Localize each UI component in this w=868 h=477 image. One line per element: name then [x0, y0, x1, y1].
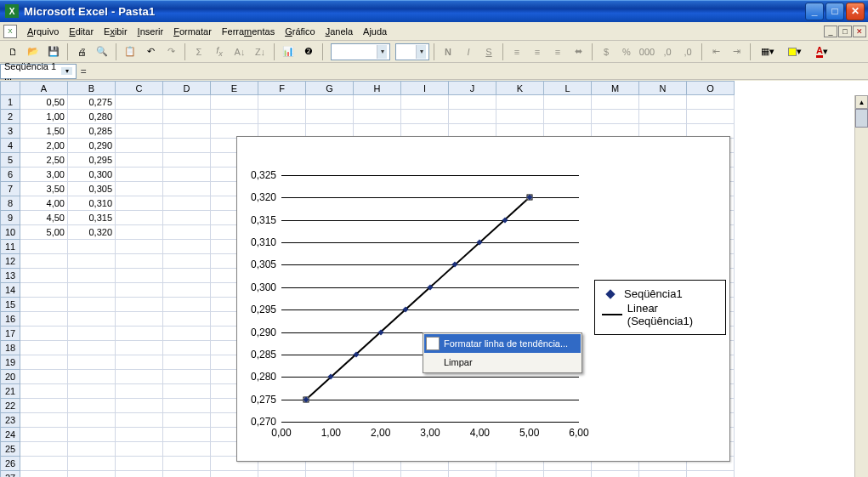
trendline-context-menu[interactable]: ▤ Formatar linha de tendência... Limpar [423, 332, 582, 373]
save-icon[interactable]: 💾 [44, 43, 63, 61]
cell[interactable] [544, 110, 592, 124]
inc-indent-icon[interactable]: ⇥ [727, 43, 746, 61]
cell[interactable]: 0,320 [68, 225, 116, 240]
cell[interactable] [544, 95, 592, 110]
col-header-B[interactable]: B [68, 81, 116, 95]
cell[interactable] [163, 124, 211, 139]
autosum-icon[interactable]: Σ [190, 43, 208, 61]
chart-legend[interactable]: Seqüência1 Linear (Seqüência1) [594, 280, 726, 335]
cell[interactable] [163, 153, 211, 168]
cell[interactable] [20, 254, 68, 269]
cell[interactable] [496, 110, 544, 124]
row-header-7[interactable]: 7 [0, 182, 20, 196]
menu-gráfico[interactable]: Gráfico [280, 25, 320, 38]
cell[interactable] [116, 283, 163, 298]
row-header-26[interactable]: 26 [0, 457, 20, 471]
cell[interactable] [116, 355, 163, 370]
row-header-1[interactable]: 1 [0, 95, 20, 110]
cell[interactable] [20, 442, 68, 457]
cell[interactable] [687, 110, 735, 124]
worksheet-grid[interactable]: ABCDEFGHIJKLMNO 123456789101112131415161… [0, 81, 868, 477]
cell[interactable]: 0,275 [68, 95, 116, 110]
dec-indent-icon[interactable]: ⇤ [706, 43, 725, 61]
row-header-24[interactable]: 24 [0, 428, 20, 442]
cell[interactable] [116, 254, 163, 269]
legend-entry-series[interactable]: Seqüência1 [602, 287, 718, 300]
thousands-icon[interactable]: 000 [638, 43, 656, 61]
cell[interactable] [163, 225, 211, 240]
col-header-F[interactable]: F [258, 81, 306, 95]
minimize-button[interactable]: _ [805, 3, 824, 20]
bold-button[interactable]: N [439, 43, 457, 61]
menu-ajuda[interactable]: Ajuda [358, 25, 392, 38]
cell[interactable] [116, 182, 163, 196]
row-header-25[interactable]: 25 [0, 442, 20, 457]
chart-wizard-icon[interactable]: 📊 [279, 43, 298, 61]
cell[interactable] [20, 471, 68, 477]
cell[interactable] [163, 471, 211, 477]
cell[interactable] [116, 153, 163, 168]
cell[interactable]: 0,310 [68, 196, 116, 211]
cell[interactable] [258, 110, 306, 124]
col-header-C[interactable]: C [116, 81, 163, 95]
cell[interactable]: 2,00 [20, 139, 68, 153]
mdi-restore-button[interactable]: □ [838, 26, 852, 37]
cell[interactable] [68, 327, 116, 341]
cell[interactable] [68, 341, 116, 355]
currency-icon[interactable]: $ [597, 43, 616, 61]
row-header-19[interactable]: 19 [0, 355, 20, 370]
col-header-M[interactable]: M [592, 81, 639, 95]
cell[interactable]: 0,315 [68, 211, 116, 225]
cell[interactable] [163, 269, 211, 283]
cell[interactable] [116, 312, 163, 327]
cell[interactable] [116, 196, 163, 211]
cell[interactable] [20, 457, 68, 471]
context-format-trendline[interactable]: ▤ Formatar linha de tendência... [424, 334, 581, 353]
cell[interactable] [20, 370, 68, 384]
cell[interactable] [211, 471, 258, 477]
cell[interactable] [592, 110, 639, 124]
row-header-20[interactable]: 20 [0, 370, 20, 384]
cell[interactable] [211, 110, 258, 124]
col-header-G[interactable]: G [306, 81, 354, 95]
cell[interactable] [68, 269, 116, 283]
row-header-6[interactable]: 6 [0, 168, 20, 182]
cell[interactable] [116, 428, 163, 442]
cell[interactable]: 1,50 [20, 124, 68, 139]
sort-asc-icon[interactable]: A↓ [230, 43, 249, 61]
cell[interactable] [639, 95, 687, 110]
cell[interactable] [20, 298, 68, 312]
col-header-E[interactable]: E [211, 81, 258, 95]
cell[interactable] [116, 225, 163, 240]
font-color-icon[interactable]: A▾ [809, 43, 835, 61]
cell[interactable]: 3,00 [20, 168, 68, 182]
italic-button[interactable]: I [459, 43, 478, 61]
cell[interactable] [116, 139, 163, 153]
menu-janela[interactable]: Janela [321, 25, 358, 38]
col-header-A[interactable]: A [20, 81, 68, 95]
dec-decimal-icon[interactable]: ,0 [678, 43, 697, 61]
col-header-O[interactable]: O [687, 81, 735, 95]
cell[interactable] [116, 384, 163, 399]
row-header-27[interactable]: 27 [0, 471, 20, 477]
print-preview-icon[interactable]: 🔍 [93, 43, 111, 61]
cell[interactable] [20, 341, 68, 355]
trendline[interactable] [281, 175, 579, 422]
cell[interactable] [163, 211, 211, 225]
cell[interactable] [163, 240, 211, 254]
inc-decimal-icon[interactable]: ,0 [658, 43, 677, 61]
cell[interactable] [163, 399, 211, 413]
row-header-18[interactable]: 18 [0, 341, 20, 355]
help-icon[interactable]: ❷ [299, 43, 318, 61]
cell[interactable]: 0,300 [68, 168, 116, 182]
redo-icon[interactable]: ↷ [162, 43, 180, 61]
cell[interactable] [211, 95, 258, 110]
cell[interactable] [163, 298, 211, 312]
cell[interactable] [20, 384, 68, 399]
cell[interactable]: 0,280 [68, 110, 116, 124]
cell[interactable] [163, 95, 211, 110]
sort-desc-icon[interactable]: Z↓ [251, 43, 269, 61]
cell[interactable] [20, 327, 68, 341]
cell[interactable] [401, 95, 449, 110]
cell[interactable] [163, 254, 211, 269]
